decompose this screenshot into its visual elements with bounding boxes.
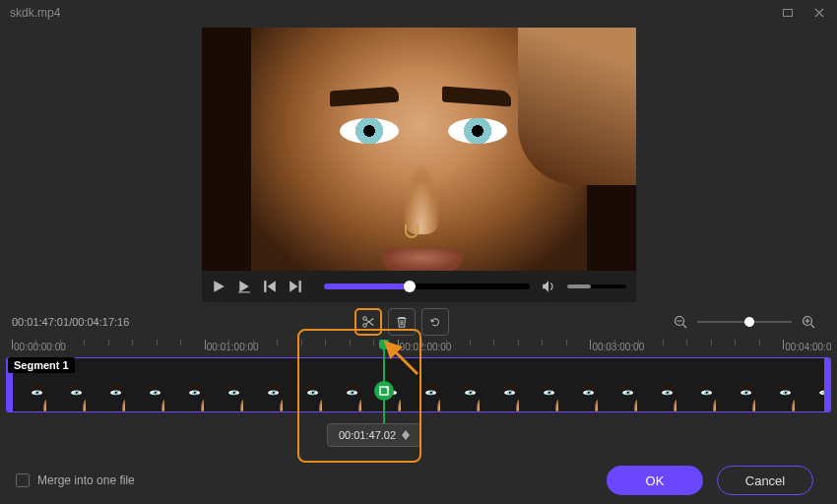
speaker-icon[interactable]: [542, 280, 555, 293]
timeline-thumbnail[interactable]: [598, 374, 637, 412]
timeline-thumbnail[interactable]: [7, 374, 46, 412]
footer: Merge into one file OK Cancel: [0, 457, 837, 504]
timeline-thumbnail[interactable]: [637, 374, 676, 412]
svg-rect-0: [784, 10, 793, 17]
progress-thumb[interactable]: [404, 281, 416, 292]
window-controls: [780, 5, 827, 21]
timeline[interactable]: [6, 357, 831, 412]
timeline-thumbnail[interactable]: [46, 374, 86, 412]
segment-label: Segment 1: [8, 357, 75, 373]
merge-label: Merge into one file: [37, 473, 135, 487]
timeline-thumbnail[interactable]: [480, 374, 519, 412]
timecode-display: 00:01:47:01/00:04:17:16: [12, 316, 129, 328]
preview-area: [0, 26, 837, 302]
undo-button[interactable]: [421, 308, 449, 336]
dialog-buttons: OK Cancel: [607, 466, 813, 495]
merge-option[interactable]: Merge into one file: [16, 473, 135, 487]
thumbnail-strip: [7, 374, 830, 412]
progress-bar[interactable]: [324, 284, 530, 289]
timeline-thumbnail[interactable]: [519, 374, 558, 412]
svg-point-4: [362, 324, 366, 328]
ruler-label: 00:02:00:00: [400, 342, 452, 352]
cut-button[interactable]: [354, 308, 382, 336]
ruler-label: 00:03:00:00: [592, 342, 644, 352]
window-title: skdk.mp4: [10, 6, 60, 20]
timeline-thumbnail[interactable]: [125, 374, 164, 412]
delete-button[interactable]: [388, 308, 416, 336]
timeline-thumbnail[interactable]: [283, 374, 322, 412]
volume-fill: [567, 284, 591, 288]
zoom-thumb[interactable]: [744, 317, 754, 327]
title-bar: skdk.mp4: [0, 0, 837, 26]
svg-rect-1: [264, 281, 266, 292]
timeline-thumbnail[interactable]: [716, 374, 755, 412]
time-ruler[interactable]: 00:00:00:0000:01:00:0000:02:00:0000:03:0…: [6, 340, 831, 357]
zoom-in-icon[interactable]: [802, 315, 815, 329]
ok-button[interactable]: OK: [607, 466, 703, 495]
next-frame-icon[interactable]: [289, 280, 302, 293]
timecode-chip[interactable]: 00:01:47.02: [327, 423, 421, 447]
ruler-label: 00:01:00:00: [207, 342, 259, 352]
merge-checkbox[interactable]: [16, 473, 30, 487]
playback-bar: [202, 271, 636, 302]
playhead-knob[interactable]: [374, 381, 394, 401]
timeline-thumbnail[interactable]: [86, 374, 125, 412]
timeline-thumbnail[interactable]: [558, 374, 598, 412]
timeline-thumbnail[interactable]: [322, 374, 361, 412]
ruler-label: 00:04:00:00: [785, 342, 831, 352]
trash-icon: [395, 315, 409, 329]
timeline-thumbnail[interactable]: [164, 374, 204, 412]
timecode-stepper[interactable]: [402, 430, 410, 440]
zoom-slider[interactable]: [697, 321, 792, 323]
play-icon[interactable]: [212, 280, 225, 293]
volume-slider[interactable]: [567, 284, 626, 288]
chevron-down-icon[interactable]: [402, 435, 410, 440]
timeline-wrap: Segment 1: [2, 357, 835, 412]
prev-frame-icon[interactable]: [263, 280, 277, 293]
maximize-icon[interactable]: [780, 5, 796, 21]
timeline-thumbnail[interactable]: [676, 374, 716, 412]
trim-handle-right[interactable]: [824, 358, 830, 411]
svg-rect-2: [298, 281, 300, 292]
timecode-chip-value: 00:01:47.02: [339, 429, 396, 441]
progress-fill: [324, 284, 411, 289]
svg-point-3: [362, 317, 366, 321]
close-icon[interactable]: [811, 5, 827, 21]
edit-tools: [354, 308, 449, 336]
scissors-icon: [361, 315, 375, 329]
timeline-thumbnail[interactable]: [401, 374, 440, 412]
timeline-thumbnail[interactable]: [243, 374, 283, 412]
zoom-out-icon[interactable]: [674, 315, 687, 329]
timeline-thumbnail[interactable]: [440, 374, 480, 412]
undo-icon: [428, 315, 442, 329]
timeline-thumbnail[interactable]: [755, 374, 795, 412]
timeline-thumbnail[interactable]: [204, 374, 243, 412]
cancel-button[interactable]: Cancel: [717, 466, 813, 495]
play-section-icon[interactable]: [237, 280, 251, 293]
toolbar-row: 00:01:47:01/00:04:17:16: [0, 302, 837, 340]
video-preview[interactable]: [202, 28, 636, 271]
ruler-label: 00:00:00:00: [14, 342, 66, 352]
zoom-control: [674, 315, 815, 329]
